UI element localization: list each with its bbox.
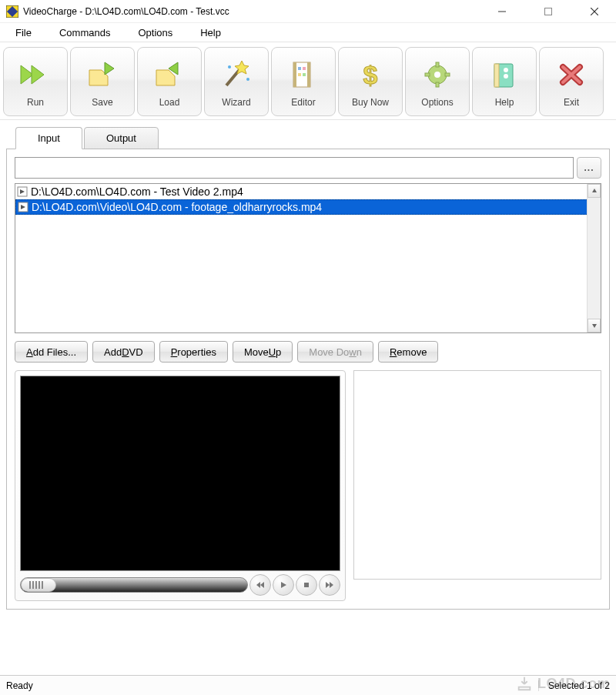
svg-rect-16 (307, 62, 310, 87)
browse-button[interactable]: ... (577, 157, 601, 179)
svg-point-30 (504, 68, 508, 72)
load-button[interactable]: Load (137, 47, 202, 116)
save-button[interactable]: Save (70, 47, 135, 116)
next-button[interactable] (319, 574, 340, 596)
svg-point-12 (228, 65, 231, 68)
svg-rect-26 (425, 73, 430, 76)
svg-marker-44 (281, 582, 286, 588)
svg-rect-27 (445, 73, 450, 76)
svg-rect-15 (293, 62, 296, 87)
help-icon (485, 56, 524, 93)
svg-rect-25 (436, 82, 439, 87)
run-button[interactable]: Run (3, 47, 68, 116)
video-preview[interactable] (20, 376, 340, 571)
preview-panel (15, 370, 346, 601)
svg-rect-20 (303, 73, 306, 76)
prev-button[interactable] (249, 574, 271, 596)
editor-icon (284, 56, 323, 93)
svg-rect-45 (304, 583, 309, 587)
stop-button[interactable] (296, 574, 317, 596)
dollar-icon: $ (351, 56, 390, 93)
toolbar: Run Save Load Wizard Editor $ Buy Now Op… (0, 42, 616, 120)
move-up-button[interactable]: Move Up (233, 341, 293, 363)
video-file-icon (18, 202, 28, 212)
status-bar: Ready Selected 1 of 2 (0, 675, 616, 695)
path-input[interactable] (15, 157, 574, 179)
svg-marker-47 (330, 582, 333, 588)
play-button[interactable] (273, 574, 294, 596)
window-title: VideoCharge - D:\LO4D.com\LO4D.com - Tes… (23, 6, 487, 17)
menu-bar: File Commands Options Help (0, 23, 616, 42)
tab-input[interactable]: Input (15, 127, 82, 149)
video-file-icon (17, 186, 28, 197)
status-selection: Selected 1 of 2 (538, 680, 610, 691)
exit-button[interactable]: Exit (539, 47, 604, 116)
svg-point-23 (434, 72, 440, 78)
menu-commands[interactable]: Commands (49, 25, 121, 40)
svg-rect-24 (436, 62, 439, 67)
svg-point-13 (246, 78, 249, 81)
add-dvd-button[interactable]: Add DVD (92, 341, 155, 363)
scrollbar[interactable] (587, 184, 601, 332)
seek-thumb[interactable] (21, 578, 56, 592)
svg-marker-41 (592, 324, 597, 328)
app-icon (6, 5, 18, 18)
maximize-button[interactable] (533, 3, 564, 20)
wizard-icon (217, 56, 256, 93)
media-controls (20, 574, 340, 596)
list-item[interactable]: D:\LO4D.com\LO4D.com - Test Video 2.mp4 (15, 184, 601, 199)
title-bar: VideoCharge - D:\LO4D.com\LO4D.com - Tes… (0, 0, 616, 23)
file-path: D:\LO4D.com\LO4D.com - Test Video 2.mp4 (31, 185, 243, 198)
menu-file[interactable]: File (5, 25, 42, 40)
seek-slider[interactable] (20, 577, 248, 593)
svg-marker-40 (592, 189, 597, 192)
close-button[interactable] (579, 3, 610, 20)
menu-options[interactable]: Options (127, 25, 183, 40)
buy-now-button[interactable]: $ Buy Now (338, 47, 403, 116)
svg-marker-7 (32, 65, 44, 84)
svg-rect-18 (303, 67, 306, 70)
side-panel (353, 370, 601, 580)
add-files-button[interactable]: Add Files... (15, 341, 88, 363)
remove-button[interactable]: Remove (378, 341, 438, 363)
save-icon (83, 56, 122, 93)
file-path: D:\LO4D.com\Video\LO4D.com - footage_old… (32, 201, 322, 213)
help-button[interactable]: Help (472, 47, 537, 116)
editor-button[interactable]: Editor (271, 47, 336, 116)
input-panel: ... D:\LO4D.com\LO4D.com - Test Video 2.… (6, 149, 610, 610)
tabs: Input Output (6, 126, 610, 149)
svg-rect-17 (298, 67, 301, 70)
svg-point-31 (504, 74, 508, 79)
svg-marker-46 (326, 582, 330, 588)
wizard-button[interactable]: Wizard (204, 47, 269, 116)
svg-rect-3 (545, 8, 552, 15)
gear-icon (418, 56, 457, 93)
svg-marker-43 (260, 582, 264, 588)
menu-help[interactable]: Help (189, 25, 232, 40)
load-icon (150, 56, 189, 93)
svg-rect-19 (298, 73, 301, 76)
minimize-button[interactable] (487, 3, 517, 20)
tab-output[interactable]: Output (84, 127, 159, 149)
run-icon (16, 56, 55, 93)
svg-text:$: $ (363, 60, 378, 89)
properties-button[interactable]: Properties (159, 341, 228, 363)
svg-marker-8 (105, 62, 114, 75)
list-item[interactable]: D:\LO4D.com\Video\LO4D.com - footage_old… (15, 199, 601, 215)
scroll-down-button[interactable] (588, 319, 601, 332)
scroll-up-button[interactable] (588, 184, 601, 198)
options-button[interactable]: Options (405, 47, 470, 116)
status-text: Ready (6, 680, 538, 691)
svg-rect-29 (494, 64, 499, 87)
svg-marker-42 (256, 582, 260, 588)
move-down-button: Move Down (297, 341, 373, 363)
close-icon (552, 56, 591, 93)
file-list[interactable]: D:\LO4D.com\LO4D.com - Test Video 2.mp4 … (15, 183, 601, 333)
